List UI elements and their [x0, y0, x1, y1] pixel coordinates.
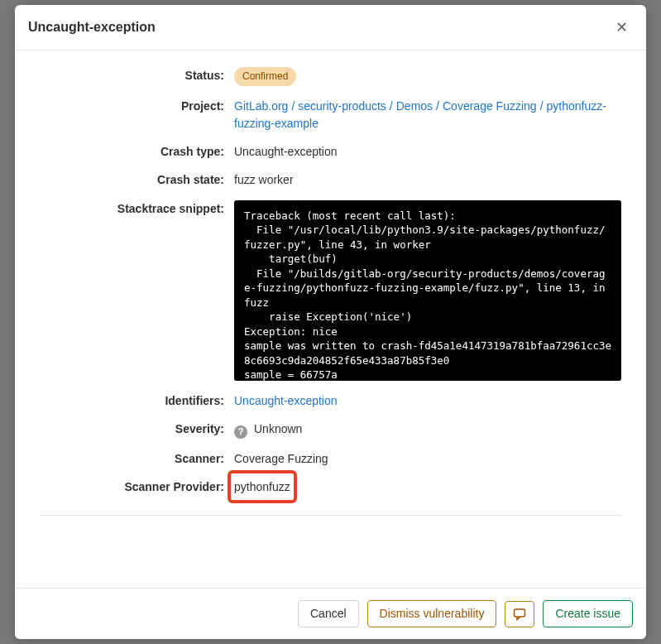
comment-button[interactable]	[505, 601, 534, 627]
crash-type-label: Crash type:	[40, 143, 234, 158]
scanner-provider-value: pythonfuzz	[234, 478, 621, 495]
project-link[interactable]: GitLab.org/security-products/Demos/Cover…	[234, 99, 606, 129]
breadcrumb-separator: /	[540, 99, 544, 113]
comment-icon	[513, 608, 526, 621]
scanner-provider-text: pythonfuzz	[234, 480, 290, 493]
field-identifiers: Identifiers: Uncaught-exception	[40, 392, 621, 409]
status-badge: Confirmed	[234, 67, 296, 86]
status-value: Confirmed	[234, 67, 621, 86]
breadcrumb-part: Demos	[396, 99, 433, 113]
field-severity: Severity: ?Unknown	[40, 421, 621, 439]
field-scanner-provider: Scanner Provider: pythonfuzz	[40, 478, 621, 495]
project-label: Project:	[40, 98, 234, 113]
close-button[interactable]: ✕	[611, 17, 633, 38]
create-issue-button[interactable]: Create issue	[543, 600, 633, 627]
modal-title: Uncaught-exception	[28, 20, 156, 35]
scanner-label: Scanner:	[40, 450, 234, 465]
svg-rect-0	[515, 609, 525, 617]
breadcrumb-part: security-products	[298, 99, 386, 113]
vulnerability-modal: Uncaught-exception ✕ Status: Confirmed P…	[15, 5, 646, 639]
field-project: Project: GitLab.org/security-products/De…	[40, 98, 621, 132]
status-label: Status:	[40, 67, 234, 82]
dismiss-vulnerability-button[interactable]: Dismiss vulnerability	[367, 600, 497, 627]
crash-state-label: Crash state:	[40, 171, 234, 186]
stacktrace-code[interactable]: Traceback (most recent call last): File …	[234, 200, 621, 381]
identifiers-link[interactable]: Uncaught-exception	[234, 394, 338, 407]
question-circle-icon: ?	[234, 425, 247, 439]
field-stacktrace: Stacktrace snippet: Traceback (most rece…	[40, 200, 621, 381]
field-status: Status: Confirmed	[40, 67, 621, 86]
scanner-provider-label: Scanner Provider:	[40, 478, 234, 493]
breadcrumb-part: GitLab.org	[234, 99, 288, 113]
field-crash-state: Crash state: fuzz worker	[40, 171, 621, 188]
breadcrumb-separator: /	[436, 99, 439, 113]
field-scanner: Scanner: Coverage Fuzzing	[40, 450, 621, 467]
project-value: GitLab.org/security-products/Demos/Cover…	[234, 98, 621, 132]
severity-label: Severity:	[40, 421, 234, 435]
breadcrumb-separator: /	[291, 99, 295, 113]
cancel-button[interactable]: Cancel	[298, 600, 359, 627]
severity-text: Unknown	[254, 422, 302, 435]
breadcrumb-separator: /	[390, 99, 393, 113]
breadcrumb-part: Coverage Fuzzing	[443, 99, 537, 113]
stacktrace-value: Traceback (most recent call last): File …	[234, 200, 621, 381]
field-crash-type: Crash type: Uncaught-exception	[40, 143, 621, 160]
close-icon: ✕	[615, 19, 628, 36]
severity-value: ?Unknown	[234, 421, 621, 439]
modal-header: Uncaught-exception ✕	[15, 5, 646, 50]
scanner-value: Coverage Fuzzing	[234, 450, 621, 467]
crash-type-value: Uncaught-exception	[234, 143, 621, 160]
identifiers-value: Uncaught-exception	[234, 392, 621, 409]
crash-state-value: fuzz worker	[234, 171, 621, 188]
stacktrace-label: Stacktrace snippet:	[40, 200, 234, 215]
scanner-provider-highlight: pythonfuzz	[234, 478, 290, 495]
divider	[40, 515, 621, 516]
modal-body: Status: Confirmed Project: GitLab.org/se…	[15, 50, 646, 588]
identifiers-label: Identifiers:	[40, 392, 234, 407]
modal-footer: Cancel Dismiss vulnerability Create issu…	[15, 588, 646, 639]
